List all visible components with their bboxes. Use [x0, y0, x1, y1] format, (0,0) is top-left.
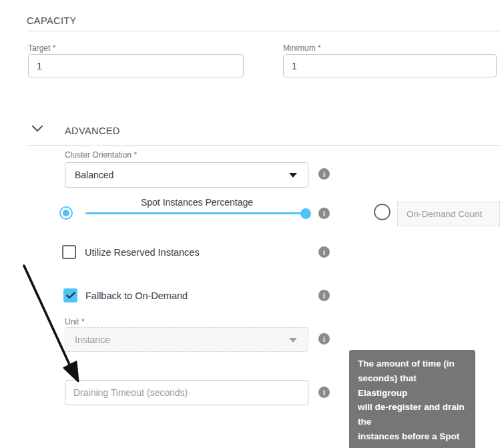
- draining-timeout-tooltip: The amount of time (in seconds) that Ela…: [349, 350, 475, 448]
- info-icon-glyph: i: [323, 170, 325, 178]
- caret-down-icon: [289, 338, 297, 343]
- target-label: Target *: [28, 43, 55, 53]
- spot-percentage-label: Spot Instances Percentage: [85, 197, 308, 208]
- advanced-section-title: ADVANCED: [65, 126, 120, 136]
- advanced-divider: [27, 145, 500, 146]
- cluster-orientation-label: Cluster Orientation *: [65, 150, 137, 160]
- draining-timeout-info-icon[interactable]: i: [318, 387, 330, 398]
- cluster-orientation-info-icon[interactable]: i: [318, 168, 330, 180]
- info-icon-glyph: i: [323, 389, 325, 397]
- unit-select: Instance: [65, 327, 308, 352]
- elastigroup-capacity-panel: CAPACITY Target * Minimum * ADVANCED Clu…: [0, 0, 500, 448]
- fallback-on-demand-info-icon[interactable]: i: [318, 290, 330, 301]
- capacity-section-title: CAPACITY: [27, 15, 77, 26]
- info-icon-glyph: i: [323, 292, 325, 300]
- checkmark-icon: [66, 292, 75, 299]
- info-icon-glyph: i: [323, 248, 325, 256]
- fallback-on-demand-label: Fallback to On-Demand: [85, 290, 188, 301]
- unit-info-icon[interactable]: i: [318, 333, 330, 345]
- info-icon-glyph: i: [323, 335, 325, 343]
- spot-percentage-info-icon[interactable]: i: [318, 208, 330, 219]
- caret-down-icon: [289, 173, 297, 178]
- spot-percentage-slider[interactable]: [85, 212, 306, 214]
- utilize-reserved-info-icon[interactable]: i: [318, 246, 330, 258]
- chevron-down-icon[interactable]: [31, 124, 44, 136]
- unit-value: Instance: [75, 334, 110, 345]
- spot-percentage-radio[interactable]: [59, 206, 73, 220]
- radio-dot: [63, 210, 69, 216]
- utilize-reserved-label: Utilize Reserved Instances: [85, 247, 200, 258]
- on-demand-count-radio[interactable]: [374, 204, 391, 220]
- minimum-input[interactable]: [283, 54, 497, 77]
- info-icon-glyph: i: [323, 210, 325, 218]
- minimum-label: Minimum *: [283, 43, 321, 53]
- capacity-divider: [27, 31, 500, 31]
- utilize-reserved-checkbox[interactable]: [62, 245, 76, 259]
- spot-percentage-slider-thumb[interactable]: [300, 208, 311, 219]
- cluster-orientation-value: Balanced: [75, 170, 113, 180]
- draining-timeout-input[interactable]: [65, 380, 308, 405]
- unit-label: Unit *: [65, 317, 84, 326]
- fallback-on-demand-checkbox[interactable]: [63, 288, 77, 302]
- cluster-orientation-select[interactable]: Balanced: [65, 162, 308, 188]
- target-input[interactable]: [28, 54, 244, 77]
- on-demand-count-input: [397, 202, 500, 226]
